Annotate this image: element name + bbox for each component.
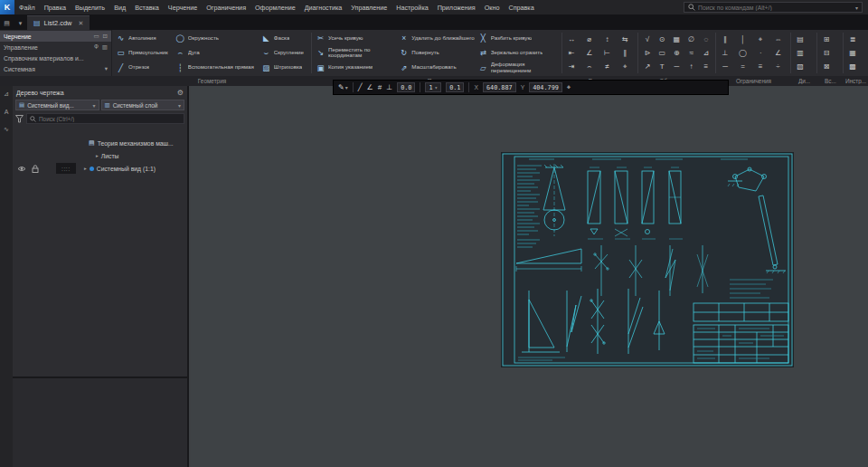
tool-scale[interactable]: ⇗Масштабировать (397, 61, 476, 75)
current-layer-combo[interactable]: ▥ Системный слой ▾ (101, 100, 185, 110)
icon-tools-3[interactable]: ▩ (845, 60, 860, 73)
font-icon[interactable]: Ф (94, 43, 99, 51)
menu-item[interactable]: Правка (40, 4, 71, 12)
icon-diagnostics-2[interactable]: ▥ (793, 46, 807, 60)
tool-move-by-coords[interactable]: ↘Переместить по координатам (314, 45, 397, 60)
tool-arc[interactable]: ⌢Дуга (174, 45, 259, 60)
document-tab[interactable]: ▤ List2.cdw ✕ (27, 15, 90, 30)
tool-circle[interactable]: ◯Окружность (174, 31, 259, 45)
drag-grip[interactable]: ∷∷ (56, 163, 76, 174)
snap-icon[interactable]: ∠ (367, 83, 373, 91)
icon-center-dimension[interactable]: ⌖ (618, 60, 632, 73)
tool-chamfer[interactable]: ◣Фаска (259, 31, 309, 45)
menu-item[interactable]: Вставка (130, 4, 164, 12)
icon-tangent-constraint[interactable]: ◯ (736, 46, 750, 60)
icon-parallel-constraint[interactable]: ∥ (718, 33, 732, 46)
icon-center-mark[interactable]: ⊕ (669, 46, 684, 60)
menu-item[interactable]: Выделить (71, 4, 109, 12)
icon-vertical-constraint[interactable]: │ (736, 33, 750, 46)
filter-funnel-icon[interactable] (15, 115, 24, 123)
close-tab-icon[interactable]: ✕ (78, 20, 83, 27)
icon-view-arrow[interactable]: ↑ (684, 60, 699, 73)
icon-fix-constraint[interactable]: ⌖ (753, 33, 768, 46)
icon-leader[interactable]: ↗ (640, 60, 655, 73)
icon-diametral-dimension[interactable]: ⌀ (582, 33, 597, 46)
command-search-input[interactable] (698, 5, 853, 11)
folder-icon[interactable]: ▭ (93, 33, 99, 40)
icon-linear-dimension[interactable]: ⇤ (564, 46, 579, 60)
menu-item[interactable]: Справка (504, 4, 538, 12)
icon-table[interactable]: ▦ (669, 33, 684, 46)
gear-icon[interactable]: ⚙ (177, 89, 184, 97)
ribbon-tab-materials[interactable]: Справочник материалов и... (0, 52, 111, 63)
icon-radial-dimension[interactable]: ⌢ (582, 60, 597, 73)
expander-icon[interactable]: ▸ (96, 153, 99, 158)
icon-ordinate-dimension[interactable]: ⊢ (600, 46, 615, 60)
tool-autoline[interactable]: ∿Автолиния (114, 31, 174, 45)
icon-height-dimension[interactable]: ↕ (600, 33, 615, 46)
drawing-sheet[interactable] (502, 153, 793, 367)
y-coordinate-field[interactable]: 404.799 (529, 82, 562, 92)
icon-tools-1[interactable]: ≣ (845, 33, 860, 46)
command-search[interactable]: ▾ (684, 2, 863, 13)
menu-item[interactable]: Окно (480, 4, 505, 12)
tool-hatch[interactable]: ▨Штриховка (259, 61, 309, 75)
icon-diagnostics-3[interactable]: ▧ (793, 60, 807, 73)
tab-list-chevron-icon[interactable]: ▾ (14, 16, 27, 30)
rounding-field[interactable]: 0.1 (446, 82, 464, 92)
properties-panel-icon[interactable]: ⊿ (4, 91, 9, 98)
tree-item-document[interactable]: ▤ Теория механизмов маш... (13, 137, 187, 149)
icon-section-arrow[interactable]: ⊿ (699, 46, 713, 60)
tool-deform-move[interactable]: ▱Деформация перемещением (476, 61, 560, 75)
style-pencil-button[interactable]: ✎▾ (338, 83, 348, 91)
menu-item[interactable]: Управление (346, 4, 392, 12)
visibility-eye-icon[interactable] (16, 166, 27, 172)
icon-diagnostics-1[interactable]: ▤ (793, 33, 807, 46)
ribbon-tab-drawing[interactable]: Черчение ▭⊡ (0, 31, 111, 42)
chevron-down-icon[interactable]: ▾ (855, 5, 858, 11)
cursor-step-field[interactable]: 0.0 (397, 82, 415, 92)
group-label-insert[interactable]: Вс... (817, 78, 844, 84)
kompas-logo-icon[interactable]: K (0, 0, 14, 14)
icon-tools-2[interactable]: ▦ (845, 46, 860, 60)
drawing-canvas[interactable] (191, 86, 868, 467)
icon-midpoint-constraint[interactable]: ÷ (771, 60, 786, 73)
tool-split-curve[interactable]: ╳Разбить кривую (476, 31, 560, 45)
tree-item-sheets[interactable]: ▸ Листы (13, 149, 187, 162)
group-label-diagnostics[interactable]: Ди... (791, 78, 817, 84)
group-label-geometry[interactable]: Геометрия (112, 78, 312, 84)
measure-panel-icon[interactable]: ∿ (4, 126, 9, 133)
icon-text[interactable]: Т (655, 60, 669, 73)
menu-item[interactable]: Приложения (433, 4, 480, 12)
icon-collinear-mark[interactable]: ≡ (699, 60, 713, 73)
crosshair-icon[interactable]: ⌖ (567, 83, 571, 92)
icon-angular-dimension[interactable]: ∠ (582, 46, 597, 60)
ortho-icon[interactable]: ⊥ (386, 83, 392, 91)
tool-fillet[interactable]: ⌣Скругление (259, 45, 309, 60)
icon-angle-constraint[interactable]: ∠ (771, 46, 786, 60)
icon-centerline[interactable]: ─ (669, 60, 684, 73)
icon-auto-dimension[interactable]: ↔ (564, 33, 579, 46)
current-view-combo[interactable]: ▤ Системный вид... ▾ (15, 100, 99, 110)
menu-item[interactable]: Диагностика (300, 4, 347, 12)
tool-trim-curve[interactable]: ✂Усечь кривую (314, 31, 397, 45)
x-coordinate-field[interactable]: 640.887 (483, 82, 516, 92)
icon-insert-1[interactable]: ⊞ (819, 33, 834, 46)
ribbon-tab-management[interactable]: Управление Ф▥ (0, 42, 111, 52)
menu-item[interactable]: Вид (109, 4, 130, 12)
tool-copy-by-point[interactable]: ▣Копия указанием (314, 61, 397, 75)
menu-item[interactable]: Настройка (392, 4, 432, 12)
menu-item[interactable]: Оформление (250, 4, 300, 12)
menu-item[interactable]: Ограничения (202, 4, 250, 12)
tool-rectangle[interactable]: ▭Прямоугольник (114, 45, 174, 60)
icon-perpendicular-constraint[interactable]: ⊥ (718, 46, 732, 60)
icon-tolerance-frame[interactable]: ▭ (655, 46, 669, 60)
icon-roughness[interactable]: √ (640, 33, 655, 46)
line-style-icon[interactable]: ╱ (358, 83, 363, 91)
display-icon[interactable]: ⊡ (103, 33, 108, 40)
group-label-instruments[interactable]: Инстр... (844, 78, 868, 84)
tree-search[interactable] (26, 113, 184, 124)
icon-diameter-sign[interactable]: ∅ (684, 33, 699, 46)
ribbon-tab-system[interactable]: Системная ▾ (0, 63, 111, 74)
icon-circle-dashed[interactable]: ◌ (699, 33, 713, 46)
